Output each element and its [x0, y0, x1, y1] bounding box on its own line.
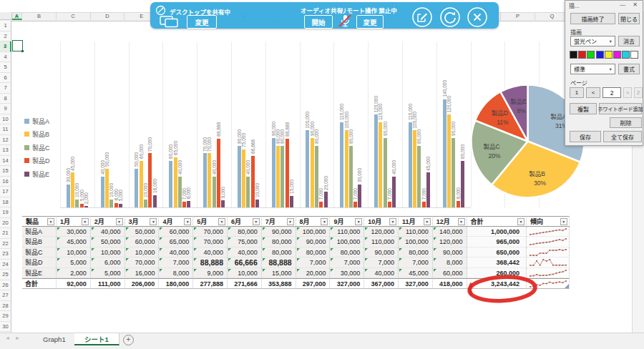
- row-header-11[interactable]: 11: [0, 124, 11, 135]
- table-header-12月[interactable]: 12月▼: [433, 216, 467, 227]
- change-share-button[interactable]: 変更: [187, 15, 217, 29]
- column-header-A[interactable]: A: [12, 13, 22, 20]
- table-cell[interactable]: 5,000: [57, 257, 91, 268]
- table-cell[interactable]: 40,000: [159, 247, 193, 258]
- panel-minimize-icon[interactable]: —: [620, 1, 625, 8]
- table-cell[interactable]: 7,000: [296, 257, 331, 268]
- table-header-3月[interactable]: 3月▼: [125, 216, 160, 227]
- page-next-button[interactable]: >: [623, 87, 632, 98]
- color-swatch-4[interactable]: [596, 51, 604, 59]
- filter-dropdown-button[interactable]: ▼: [355, 218, 362, 225]
- duplicate-button[interactable]: 複製: [570, 103, 597, 114]
- row-header-27[interactable]: 27: [0, 290, 11, 301]
- color-swatch-5[interactable]: [605, 51, 613, 59]
- row-header-14[interactable]: 14: [0, 156, 11, 167]
- table-header-4月[interactable]: 4月▼: [159, 216, 193, 227]
- row-header-19[interactable]: 19: [0, 207, 11, 218]
- color-swatch-3[interactable]: [587, 51, 595, 59]
- table-cell-total[interactable]: 965,000: [467, 237, 527, 247]
- table-total-cell[interactable]: 180,000: [159, 278, 193, 289]
- table-cell[interactable]: 120,000: [364, 227, 399, 237]
- row-header-22[interactable]: 22: [0, 239, 11, 250]
- row-header-16[interactable]: 16: [0, 177, 11, 187]
- filter-dropdown-button[interactable]: ▼: [184, 218, 191, 225]
- table-cell[interactable]: 90,000: [262, 227, 296, 237]
- row-header-1[interactable]: 1: [0, 21, 11, 31]
- row-header-6[interactable]: 6: [0, 73, 11, 84]
- color-swatch-2[interactable]: [578, 51, 586, 59]
- table-cell[interactable]: 5,000: [91, 268, 125, 279]
- table-cell[interactable]: 40,000: [91, 227, 125, 237]
- table-row-name[interactable]: 製品A: [22, 227, 57, 237]
- color-swatch-1[interactable]: [570, 51, 577, 59]
- table-cell[interactable]: 10,000: [57, 247, 91, 258]
- table-cell[interactable]: 88,888: [193, 257, 228, 268]
- table-cell[interactable]: 8,000: [159, 268, 193, 279]
- table-cell[interactable]: 50,000: [91, 237, 125, 247]
- table-cell[interactable]: 7,000: [399, 257, 433, 268]
- table-cell[interactable]: 80,000: [262, 237, 296, 247]
- table-cell[interactable]: 80,000: [399, 247, 433, 258]
- table-header-6月[interactable]: 6月▼: [228, 216, 262, 227]
- filter-dropdown-button[interactable]: ▼: [82, 218, 89, 225]
- tab-nav-right-icon[interactable]: ►: [15, 335, 20, 340]
- filter-dropdown-button[interactable]: ▼: [424, 218, 431, 225]
- sheet-tab-sheet1[interactable]: シート1: [74, 333, 119, 345]
- table-cell[interactable]: 40,000: [364, 268, 399, 279]
- table-cell[interactable]: 40,000: [193, 247, 228, 258]
- column-header-B[interactable]: B: [22, 13, 57, 20]
- table-cell-trend[interactable]: [527, 227, 570, 237]
- table-cell[interactable]: 110,000: [364, 237, 399, 247]
- filter-dropdown-button[interactable]: ▼: [150, 218, 157, 225]
- filter-dropdown-button[interactable]: ▼: [517, 218, 525, 225]
- row-header-28[interactable]: 28: [0, 301, 11, 312]
- filter-dropdown-button[interactable]: ▼: [321, 218, 328, 225]
- table-cell[interactable]: 45,000: [57, 237, 91, 247]
- table-cell[interactable]: 9,000: [193, 268, 228, 279]
- table-total-cell[interactable]: 111,000: [91, 278, 125, 289]
- end-drawing-button[interactable]: 描画終了: [570, 13, 615, 24]
- table-header-product[interactable]: 製品▼: [22, 216, 57, 227]
- table-total-trend[interactable]: [527, 278, 570, 289]
- row-header-15[interactable]: 15: [0, 166, 11, 177]
- table-header-11月[interactable]: 11月▼: [399, 216, 433, 227]
- table-header-1月[interactable]: 1月▼: [57, 216, 91, 227]
- table-header-2月[interactable]: 2月▼: [91, 216, 125, 227]
- table-cell[interactable]: 16,000: [125, 268, 160, 279]
- pen-type-select[interactable]: 蛍光ペン ▼: [570, 36, 615, 46]
- table-cell[interactable]: 110,000: [330, 227, 364, 237]
- row-header-5[interactable]: 5: [0, 62, 11, 73]
- table-cell-trend[interactable]: [527, 247, 570, 258]
- table-cell[interactable]: 80,000: [262, 247, 296, 258]
- table-cell[interactable]: 100,000: [399, 237, 433, 247]
- table-cell[interactable]: 30,000: [57, 227, 91, 237]
- table-cell[interactable]: 70,000: [193, 227, 228, 237]
- row-header-7[interactable]: 7: [0, 83, 11, 94]
- panel-close-icon[interactable]: ✕: [633, 1, 638, 8]
- table-cell[interactable]: 10,000: [91, 247, 125, 258]
- filter-dropdown-button[interactable]: ▼: [458, 218, 465, 225]
- table-header-9月[interactable]: 9月▼: [330, 216, 364, 227]
- row-header-23[interactable]: 23: [0, 249, 11, 260]
- table-cell[interactable]: 70,000: [125, 257, 160, 268]
- table-total-row-name[interactable]: 合計: [22, 278, 57, 289]
- table-row-name[interactable]: 製品B: [22, 237, 57, 247]
- row-header-13[interactable]: 13: [0, 145, 11, 156]
- filter-dropdown-button[interactable]: ▼: [287, 218, 294, 225]
- row-header-12[interactable]: 12: [0, 135, 11, 146]
- table-cell[interactable]: 30,000: [330, 268, 364, 279]
- table-cell-trend[interactable]: [527, 257, 570, 268]
- row-header-25[interactable]: 25: [0, 270, 11, 280]
- table-total-cell[interactable]: 367,000: [364, 278, 399, 289]
- row-header-4[interactable]: 4: [0, 52, 11, 63]
- table-cell[interactable]: 120,000: [433, 237, 467, 247]
- table-cell[interactable]: 2,000: [57, 268, 91, 279]
- table-cell[interactable]: 20,000: [296, 268, 331, 279]
- column-header-P[interactable]: P: [501, 13, 535, 20]
- table-row-name[interactable]: 製品C: [22, 247, 57, 258]
- column-header-C[interactable]: C: [57, 13, 91, 20]
- table-cell-total[interactable]: 368,442: [467, 257, 527, 268]
- table-cell[interactable]: 80,000: [330, 247, 364, 258]
- table-cell-trend[interactable]: [527, 237, 570, 247]
- table-cell[interactable]: 88,888: [262, 257, 296, 268]
